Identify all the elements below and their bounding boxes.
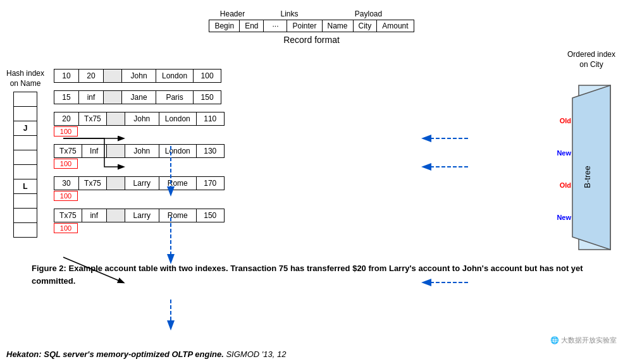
record-cell-begin: Begin: [209, 20, 240, 32]
hash-cell-8: [13, 208, 37, 223]
r5-city: Rome: [159, 176, 197, 190]
section-labels-row: Header Links Payload: [207, 9, 416, 18]
r3-begin: 20: [54, 112, 79, 126]
record-group-6: Tx75 inf Larry Rome 150 New 100: [54, 209, 553, 233]
diagram-wrapper: Hash indexon Name J L: [6, 50, 617, 256]
ordered-index-label: Ordered indexon City: [567, 50, 615, 70]
record-cell-city: City: [353, 20, 378, 32]
r2-begin: 15: [54, 90, 79, 104]
bottom-citation: Hekaton: SQL server's memory-optimized O…: [6, 349, 286, 359]
record-row-3: 20 Tx75 John London 110 Old: [54, 112, 553, 126]
hash-cell-L: L: [13, 179, 37, 194]
r1-name: John: [121, 69, 156, 83]
r3-txid: 100: [54, 126, 78, 136]
record-box-1: 10 20 John London 100: [54, 69, 221, 83]
hash-index-label: Hash indexon Name: [6, 69, 44, 88]
r4-end: Inf: [82, 144, 107, 158]
r5-txid: 100: [54, 191, 78, 201]
r6-txid: 100: [54, 223, 78, 233]
record-row-5: 30 Tx75 Larry Rome 170 Old: [54, 176, 553, 190]
r3-amount: 110: [196, 112, 225, 126]
hash-cell-0: [13, 92, 37, 107]
record-row-1: 10 20 John London 100: [54, 69, 553, 83]
r6-amount: 150: [196, 209, 225, 222]
record-box-2: 15 inf Jane Paris 150: [54, 90, 221, 104]
record-group-3: 20 Tx75 John London 110 Old 100: [54, 112, 553, 136]
record-format-section: Header Links Payload Begin End ··· Point…: [6, 9, 617, 45]
r1-begin: 10: [54, 69, 79, 83]
r4-amount: 130: [196, 144, 225, 158]
record-row-4: Tx75 Inf John London 130 New: [54, 144, 553, 158]
record-format-title: Record format: [283, 35, 340, 45]
record-box-3: 20 Tx75 John London 110: [54, 112, 225, 126]
r4-sub-row: 100: [54, 159, 553, 169]
r1-city: London: [156, 69, 194, 83]
citation-italic: Hekaton: SQL server's memory-optimized O…: [6, 349, 224, 359]
r2-end: inf: [78, 90, 104, 104]
record-group-1: 10 20 John London 100: [54, 69, 553, 83]
hash-cell-J: J: [13, 121, 37, 136]
payload-label: Payload: [321, 9, 416, 18]
hash-cell-5: [13, 164, 37, 179]
record-cell-amount: Amount: [376, 20, 414, 32]
record-group-5: 30 Tx75 Larry Rome 170 Old 100: [54, 176, 553, 201]
record-group-2: 15 inf Jane Paris 150: [54, 90, 553, 104]
record-cell-end: End: [239, 20, 264, 32]
r5-pointer: [106, 176, 125, 190]
r6-sub-row: 100: [54, 223, 553, 233]
record-row-2: 15 inf Jane Paris 150: [54, 90, 553, 104]
btree-label: B-tree: [583, 166, 592, 188]
r3-sub-row: 100: [54, 126, 553, 136]
r1-amount: 100: [193, 69, 221, 83]
record-row-6: Tx75 inf Larry Rome 150 New: [54, 209, 553, 222]
r4-begin: Tx75: [54, 144, 82, 158]
btree-section: Ordered indexon City B-tree: [566, 50, 617, 256]
r5-name: Larry: [125, 176, 159, 190]
hash-cell-3: [13, 135, 37, 150]
r1-pointer: [103, 69, 122, 83]
citation-suffix: SIGMOD '13, 12: [224, 349, 287, 359]
r6-city: Rome: [159, 209, 197, 222]
r5-sub-row: 100: [54, 191, 553, 201]
hash-cell-4: [13, 150, 37, 165]
r6-end: inf: [82, 209, 107, 222]
r6-name: Larry: [125, 209, 159, 222]
figure-caption: Figure 2: Example account table with two…: [6, 262, 617, 287]
record-cells-row: Begin End ··· Pointer Name City Amount: [209, 20, 414, 32]
record-cell-pointer: Pointer: [287, 20, 322, 32]
links-label: Links: [258, 9, 321, 18]
records-section: 10 20 John London 100 15: [54, 69, 553, 256]
r4-pointer: [106, 144, 125, 158]
record-box-4: Tx75 Inf John London 130: [54, 144, 225, 158]
r3-pointer: [106, 112, 125, 126]
record-group-4: Tx75 Inf John London 130 New 100: [54, 144, 553, 169]
watermark-text: 🌐 大数据开放实验室: [550, 336, 617, 344]
caption-bold: Figure 2: Example account table with two…: [32, 264, 583, 286]
r4-city: London: [159, 144, 197, 158]
r3-city: London: [159, 112, 197, 126]
r2-amount: 150: [193, 90, 221, 104]
r5-amount: 170: [196, 176, 225, 190]
r2-pointer: [103, 90, 122, 104]
r6-begin: Tx75: [54, 209, 82, 222]
record-cell-name: Name: [322, 20, 354, 32]
watermark: 🌐 大数据开放实验室: [550, 336, 617, 345]
record-cell-dots: ···: [263, 20, 287, 32]
r3-end: Tx75: [78, 112, 107, 126]
record-box-5: 30 Tx75 Larry Rome 170: [54, 176, 225, 190]
hash-cell-7: [13, 193, 37, 209]
hash-index-cells: J L: [13, 92, 37, 237]
hash-index-section: Hash indexon Name J L: [6, 69, 44, 256]
r4-txid: 100: [54, 159, 78, 169]
r4-name: John: [125, 144, 159, 158]
r3-name: John: [125, 112, 159, 126]
main-container: Header Links Payload Begin End ··· Point…: [0, 0, 623, 364]
diagram-area: Hash indexon Name J L: [6, 50, 617, 256]
citation-text: Hekaton: SQL server's memory-optimized O…: [6, 349, 224, 359]
header-label: Header: [207, 9, 258, 18]
hash-cell-9: [13, 222, 37, 238]
hash-cell-1: [13, 106, 37, 121]
r2-city: Paris: [156, 90, 194, 104]
r5-end: Tx75: [78, 176, 107, 190]
record-box-6: Tx75 inf Larry Rome 150: [54, 209, 225, 222]
